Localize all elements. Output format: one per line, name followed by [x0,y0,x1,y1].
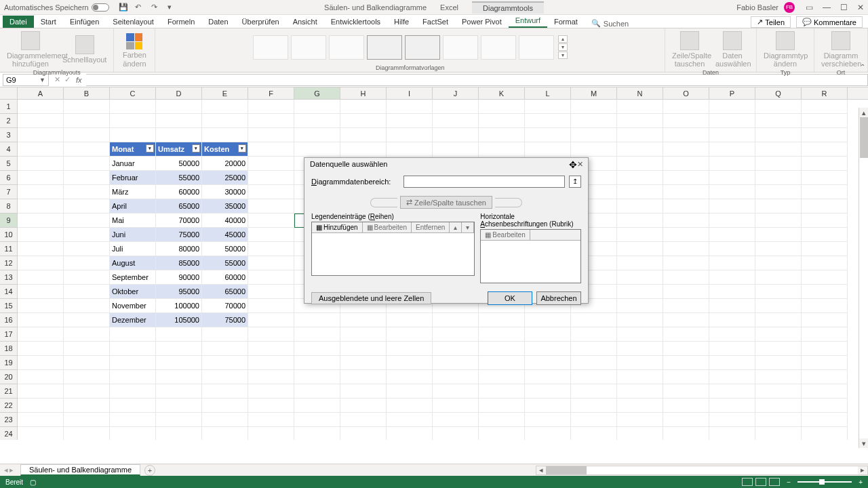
cell[interactable] [709,399,755,413]
cell[interactable] [617,285,663,299]
cell[interactable]: 75000 [156,228,202,242]
cell[interactable] [617,370,663,384]
cell[interactable] [18,256,64,270]
cell[interactable] [802,185,848,199]
cell[interactable] [479,100,525,114]
cell[interactable] [663,256,709,270]
row-header[interactable]: 19 [0,356,18,370]
cell[interactable] [802,242,848,256]
comments-button[interactable]: 💬 Kommentare [796,16,863,28]
tab-file[interactable]: Datei [3,16,34,28]
cell[interactable] [18,285,64,299]
cell[interactable] [64,356,110,370]
cell[interactable] [18,171,64,185]
cell[interactable] [156,356,202,370]
column-header[interactable]: J [433,87,479,99]
cell[interactable] [294,370,340,384]
cell[interactable] [802,142,848,157]
close-icon[interactable]: ✕ [857,3,864,12]
cell[interactable] [617,242,663,256]
tab-format[interactable]: Format [547,16,585,28]
cell[interactable] [340,399,387,413]
cell[interactable] [525,327,571,342]
cell[interactable] [571,128,617,142]
cell[interactable] [64,285,110,299]
cell[interactable] [617,100,663,114]
cell[interactable] [755,285,802,299]
cell[interactable] [202,100,248,114]
cell[interactable] [64,427,110,440]
cell[interactable] [617,427,663,440]
cell[interactable] [110,384,156,399]
cell[interactable] [617,299,663,313]
cell[interactable] [479,384,525,399]
cell[interactable] [248,128,294,142]
tab-design[interactable]: Entwurf [509,14,547,28]
cell[interactable] [709,313,755,327]
cell[interactable] [18,370,64,384]
cell[interactable]: 55000 [202,256,248,270]
row-header[interactable]: 10 [0,228,18,242]
cell[interactable] [663,285,709,299]
cell[interactable] [709,199,755,214]
cell[interactable] [709,285,755,299]
cell[interactable]: 95000 [156,285,202,299]
gallery-up-icon[interactable]: ▴ [558,35,568,43]
cell[interactable] [433,342,479,356]
cell[interactable] [755,228,802,242]
row-header[interactable]: 5 [0,157,18,171]
cell[interactable] [248,242,294,256]
cell[interactable]: Oktober [110,285,156,299]
cell[interactable]: 105000 [156,313,202,327]
cell[interactable] [663,157,709,171]
cell[interactable] [571,342,617,356]
cell[interactable] [479,142,525,157]
tab-formulas[interactable]: Formeln [161,16,201,28]
cell[interactable] [802,199,848,214]
cell[interactable] [802,270,848,285]
cell[interactable]: 75000 [202,313,248,327]
cell[interactable] [18,399,64,413]
hidden-empty-cells-button[interactable]: Ausgeblendete und leere Zellen [311,292,431,304]
style-thumb[interactable] [367,35,402,60]
cell[interactable] [663,384,709,399]
cell[interactable] [479,342,525,356]
row-header[interactable]: 18 [0,342,18,356]
cell[interactable] [525,356,571,370]
cell[interactable] [18,114,64,128]
cell[interactable] [433,356,479,370]
cell[interactable] [663,270,709,285]
cell[interactable] [479,413,525,427]
cell[interactable] [433,128,479,142]
cell[interactable]: Mai [110,214,156,228]
cell[interactable] [663,242,709,256]
minimize-icon[interactable]: — [823,3,831,12]
cell[interactable] [663,313,709,327]
cell[interactable] [18,185,64,199]
column-header[interactable]: P [709,87,755,99]
cell[interactable] [340,100,387,114]
cell[interactable] [294,356,340,370]
cell[interactable] [387,413,433,427]
cell[interactable] [248,313,294,327]
cell[interactable] [64,142,110,157]
row-header[interactable]: 13 [0,270,18,285]
cell[interactable] [18,327,64,342]
cell[interactable] [755,427,802,440]
tab-help[interactable]: Hilfe [387,16,416,28]
cell[interactable] [617,256,663,270]
tab-developer[interactable]: Entwicklertools [324,16,387,28]
column-header[interactable]: L [525,87,571,99]
cell[interactable] [64,242,110,256]
cell[interactable] [202,327,248,342]
cell[interactable]: 35000 [202,199,248,214]
cell[interactable] [617,327,663,342]
style-thumb[interactable] [443,35,478,60]
move-chart-button[interactable]: Diagramm verschieben [818,30,863,69]
cell[interactable]: Februar [110,171,156,185]
cell[interactable] [663,214,709,228]
gallery-down-icon[interactable]: ▾ [558,43,568,51]
column-header[interactable]: E [202,87,248,99]
cell[interactable] [387,356,433,370]
cell[interactable] [156,114,202,128]
